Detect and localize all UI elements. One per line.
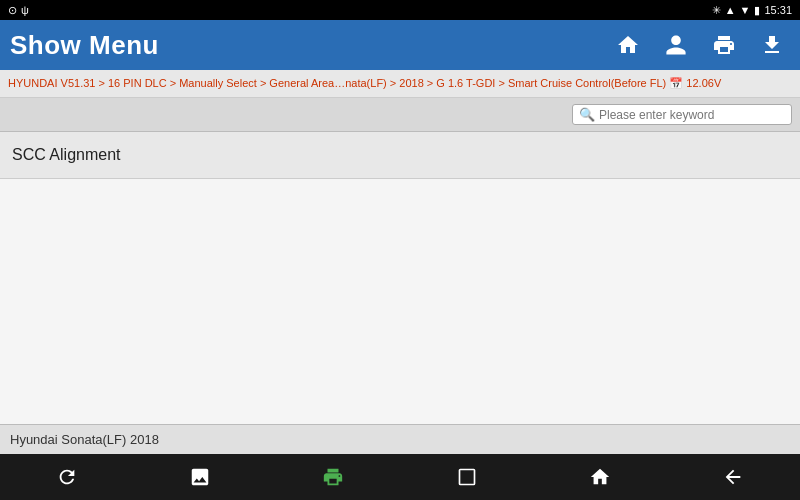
search-input[interactable] <box>599 108 785 122</box>
list-item[interactable]: SCC Alignment <box>0 132 800 179</box>
footer-info: Hyundai Sonata(LF) 2018 <box>0 424 800 454</box>
nav-bar <box>0 454 800 500</box>
user-button[interactable] <box>658 27 694 63</box>
list-item-label: SCC Alignment <box>12 146 121 163</box>
toolbar: Show Menu <box>0 20 800 70</box>
empty-space <box>0 179 800 419</box>
main-container: Show Menu <box>0 20 800 500</box>
breadcrumb-text: HYUNDAI V51.31 > 16 PIN DLC > Manually S… <box>8 77 721 90</box>
back-button[interactable] <box>709 457 757 497</box>
toolbar-icons <box>610 27 790 63</box>
home-button[interactable] <box>610 27 646 63</box>
print-button[interactable] <box>706 27 742 63</box>
search-input-wrapper[interactable]: 🔍 <box>572 104 792 125</box>
time-display: 15:31 <box>764 4 792 16</box>
device-info-text: Hyundai Sonata(LF) 2018 <box>10 432 159 447</box>
svg-rect-0 <box>459 470 474 485</box>
bluetooth-icon: ✳ <box>712 4 721 17</box>
breadcrumb: HYUNDAI V51.31 > 16 PIN DLC > Manually S… <box>0 70 800 98</box>
refresh-button[interactable] <box>43 457 91 497</box>
wifi-icon: ▲ <box>725 4 736 16</box>
status-bar: ⊙ ψ ✳ ▲ ▼ ▮ 15:31 <box>0 0 800 20</box>
home-nav-button[interactable] <box>576 457 624 497</box>
signal-icon: ψ <box>21 4 29 16</box>
content-area: SCC Alignment <box>0 132 800 424</box>
status-right-icons: ✳ ▲ ▼ ▮ 15:31 <box>712 4 792 17</box>
signal-strength-icon: ▼ <box>740 4 751 16</box>
square-button[interactable] <box>443 457 491 497</box>
page-title: Show Menu <box>10 30 159 61</box>
status-left-icons: ⊙ ψ <box>8 4 29 17</box>
export-button[interactable] <box>754 27 790 63</box>
battery-icon: ▮ <box>754 4 760 17</box>
search-icon: 🔍 <box>579 107 595 122</box>
android-icon: ⊙ <box>8 4 17 17</box>
gallery-button[interactable] <box>176 457 224 497</box>
printer-nav-button[interactable] <box>309 457 357 497</box>
search-bar: 🔍 <box>0 98 800 132</box>
